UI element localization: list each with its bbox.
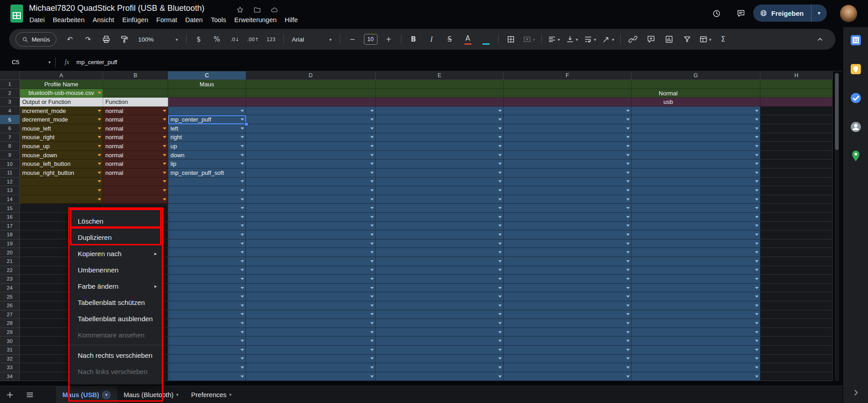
row-header-19[interactable]: 19 — [0, 239, 20, 248]
cell-C32[interactable] — [168, 355, 246, 364]
cell-A1[interactable]: Profile Name — [20, 80, 103, 89]
cell-E7[interactable] — [376, 133, 504, 142]
cell-G16[interactable] — [632, 213, 760, 222]
dropdown-icon[interactable] — [370, 198, 374, 201]
text-wrap-icon[interactable]: ▾ — [582, 33, 598, 46]
cell-B12[interactable] — [103, 178, 168, 187]
avatar[interactable] — [840, 5, 857, 22]
dropdown-icon[interactable] — [370, 172, 374, 174]
dropdown-icon[interactable] — [755, 278, 759, 280]
dropdown-icon[interactable] — [755, 287, 759, 289]
menu-bearbeiten[interactable]: Bearbeiten — [49, 15, 89, 25]
zoom-select[interactable]: 100%▾ — [135, 33, 182, 46]
star-icon[interactable] — [236, 6, 244, 14]
context-menu-tabellenblatt-ausblenden[interactable]: Tabellenblatt ausblenden — [70, 310, 162, 327]
cell-H7[interactable] — [760, 133, 833, 142]
cell-D20[interactable] — [246, 248, 376, 257]
cell-C31[interactable] — [168, 346, 246, 355]
row-header-21[interactable]: 21 — [0, 257, 20, 266]
dropdown-icon[interactable] — [626, 366, 630, 369]
cell-E4[interactable] — [376, 107, 504, 116]
dropdown-icon[interactable] — [241, 366, 244, 369]
dropdown-icon[interactable] — [98, 92, 101, 94]
dropdown-icon[interactable] — [626, 145, 630, 147]
increase-decimals-icon[interactable]: .00↑ — [245, 33, 261, 46]
column-header-E[interactable]: E — [376, 71, 504, 80]
row-header-26[interactable]: 26 — [0, 301, 20, 310]
row-header-25[interactable]: 25 — [0, 292, 20, 301]
cell-G31[interactable] — [632, 346, 760, 355]
dropdown-icon[interactable] — [241, 313, 244, 315]
cell-C11[interactable]: mp_center_puff_soft — [168, 169, 246, 178]
cell-D15[interactable] — [246, 204, 376, 213]
cell-H26[interactable] — [760, 301, 833, 310]
cell-E10[interactable] — [376, 159, 504, 169]
cell-F30[interactable] — [504, 337, 632, 346]
dropdown-icon[interactable] — [370, 357, 374, 360]
cell-H5[interactable] — [760, 115, 833, 124]
row-header-7[interactable]: 7 — [0, 133, 20, 142]
dropdown-icon[interactable] — [755, 260, 759, 262]
row-header-23[interactable]: 23 — [0, 275, 20, 284]
dropdown-icon[interactable] — [98, 163, 101, 165]
dropdown-icon[interactable] — [626, 340, 630, 342]
calendar-icon[interactable]: 31 — [849, 33, 863, 47]
dropdown-icon[interactable] — [755, 349, 759, 351]
cell-G21[interactable] — [632, 257, 760, 266]
cell-H22[interactable] — [760, 266, 833, 275]
dropdown-icon[interactable] — [241, 225, 244, 227]
vertical-scrollbar[interactable] — [835, 72, 839, 381]
cell-H32[interactable] — [760, 355, 833, 364]
dropdown-icon[interactable] — [755, 180, 759, 183]
dropdown-icon[interactable] — [98, 110, 101, 112]
cell-E23[interactable] — [376, 275, 504, 284]
share-dropdown[interactable]: ▾ — [811, 5, 827, 22]
context-menu-tabellenblatt-schützen[interactable]: Tabellenblatt schützen — [70, 294, 162, 310]
row-header-34[interactable]: 34 — [0, 372, 20, 381]
cell-C26[interactable] — [168, 301, 246, 310]
dropdown-icon[interactable] — [498, 127, 502, 130]
cell-F6[interactable] — [504, 124, 632, 133]
dropdown-icon[interactable] — [241, 375, 244, 378]
dropdown-icon[interactable] — [241, 110, 244, 112]
cell-C13[interactable] — [168, 186, 246, 195]
dropdown-icon[interactable] — [370, 260, 374, 262]
row-header-3[interactable]: 3 — [0, 98, 20, 107]
cell-C4[interactable] — [168, 107, 246, 116]
cell-A7[interactable]: mouse_right — [20, 133, 103, 142]
cell-C21[interactable] — [168, 257, 246, 266]
row-header-10[interactable]: 10 — [0, 159, 20, 169]
cell-C9[interactable]: down — [168, 151, 246, 160]
insert-chart-icon[interactable] — [661, 33, 677, 46]
dropdown-icon[interactable] — [755, 357, 759, 360]
dropdown-icon[interactable] — [241, 357, 244, 360]
cell-G26[interactable] — [632, 301, 760, 310]
row-header-27[interactable]: 27 — [0, 310, 20, 319]
dropdown-icon[interactable] — [163, 198, 166, 201]
dropdown-icon[interactable] — [370, 110, 374, 112]
cell-G32[interactable] — [632, 355, 760, 364]
cell-D13[interactable] — [246, 186, 376, 195]
context-menu-farbe-ändern[interactable]: Farbe ändern▸ — [70, 278, 162, 294]
dropdown-icon[interactable] — [498, 305, 502, 307]
dropdown-icon[interactable] — [370, 225, 374, 227]
dropdown-icon[interactable] — [241, 287, 244, 289]
cell-B11[interactable]: normal — [103, 169, 168, 178]
column-header-G[interactable]: G — [632, 71, 760, 80]
cell-D14[interactable] — [246, 195, 376, 204]
cell-A12[interactable] — [20, 178, 103, 187]
menu-erweiterungen[interactable]: Erweiterungen — [230, 15, 281, 25]
column-header-H[interactable]: H — [760, 71, 833, 80]
cell-H25[interactable] — [760, 292, 833, 301]
dropdown-icon[interactable] — [498, 260, 502, 262]
tab-menu-icon[interactable]: ▾ — [102, 390, 111, 399]
bold-icon[interactable]: B — [406, 33, 421, 46]
dropdown-icon[interactable] — [370, 305, 374, 307]
cell-E14[interactable] — [376, 195, 504, 204]
cell-H27[interactable] — [760, 310, 833, 319]
dropdown-icon[interactable] — [626, 110, 630, 112]
dropdown-icon[interactable] — [626, 305, 630, 307]
row-header-8[interactable]: 8 — [0, 142, 20, 151]
cell-E31[interactable] — [376, 346, 504, 355]
cell-D25[interactable] — [246, 292, 376, 301]
